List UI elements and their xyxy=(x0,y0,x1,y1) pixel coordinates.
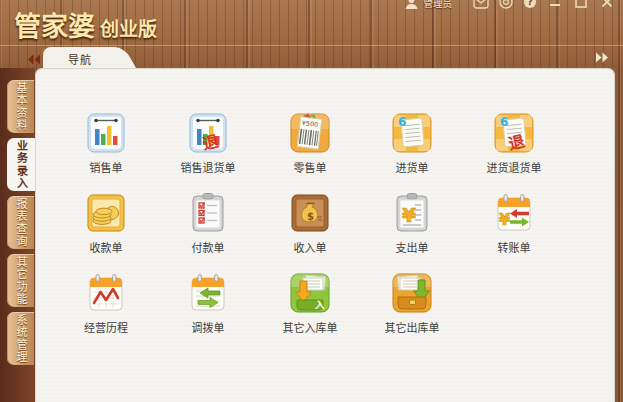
grid-item-label: 销售单 xyxy=(90,159,123,175)
app-title-group: 管家婆 创业版 xyxy=(14,5,157,44)
grid-item-label: 进货单 xyxy=(396,159,429,175)
help-icon[interactable]: ? xyxy=(523,0,537,9)
grid-item-other-outbound-order[interactable]: 其它出库单 xyxy=(361,271,463,334)
sidebar: 基本资料业务录入报表查询其它功能系统管理 xyxy=(0,68,35,402)
grid-item-sales-return-order[interactable]: 退 销售退货单 xyxy=(157,111,259,174)
icon-grid-row: 经营历程 调拨单 入 其它入库单 其它出库单 xyxy=(55,271,565,334)
retail-receipt-icon: ¥500 xyxy=(288,111,332,155)
tab-scroll-left-icon[interactable] xyxy=(27,50,41,69)
svg-text:6: 6 xyxy=(500,115,508,129)
app-window: 管家婆 创业版 管理员 ? xyxy=(0,0,623,402)
grid-item-label: 销售退货单 xyxy=(181,159,236,175)
grid-item-label: 进货退货单 xyxy=(487,159,542,175)
inbound-box-icon: 入 xyxy=(288,271,332,315)
maximize-button[interactable] xyxy=(574,0,588,9)
sidebar-item-basic-data[interactable]: 基本资料 xyxy=(7,80,34,133)
yuan-clipboard-icon: ¥ xyxy=(390,191,434,235)
sidebar-item-other-functions[interactable]: 其它功能 xyxy=(7,254,34,307)
app-title: 管家婆 xyxy=(14,5,95,44)
app-edition: 创业版 xyxy=(100,14,157,41)
sidebar-item-business-entry[interactable]: 业务录入 xyxy=(7,138,35,191)
svg-text:¥: ¥ xyxy=(402,203,416,227)
grid-item-label: 其它入库单 xyxy=(283,319,338,335)
icon-grid: 销售单 退 销售退货单 ¥500 零售单 6 进货单 6退 进货退货单 收款单 … xyxy=(55,111,565,351)
swap-arrows-icon xyxy=(186,271,230,315)
close-button[interactable] xyxy=(600,0,614,9)
grid-item-label: 其它出库单 xyxy=(385,319,440,335)
transfer-arrows-icon: ¥ xyxy=(492,191,536,235)
sales-return-icon: 退 xyxy=(186,111,230,155)
sidebar-item-system-management[interactable]: 系统管理 xyxy=(7,312,34,365)
grid-item-retail-order[interactable]: ¥500 零售单 xyxy=(259,111,361,174)
grid-item-receipt-order[interactable]: 收款单 xyxy=(55,191,157,254)
grid-item-allocation-order[interactable]: 调拨单 xyxy=(157,271,259,334)
grid-item-label: 经营历程 xyxy=(84,319,128,335)
grid-item-label: 付款单 xyxy=(192,239,225,255)
grid-item-other-inbound-order[interactable]: 入 其它入库单 xyxy=(259,271,361,334)
sidebar-item-report-query[interactable]: 报表查询 xyxy=(7,196,34,249)
svg-text:¥: ¥ xyxy=(499,210,510,229)
grid-item-purchase-order[interactable]: 6 进货单 xyxy=(361,111,463,174)
content-area: 销售单 退 销售退货单 ¥500 零售单 6 进货单 6退 进货退货单 收款单 … xyxy=(35,68,615,402)
tab-navigation-label: 导航 xyxy=(43,47,117,67)
purchase-return-icon: 6退 xyxy=(492,111,536,155)
svg-text:入: 入 xyxy=(314,299,325,310)
grid-item-label: 收入单 xyxy=(294,239,327,255)
grid-item-payment-order[interactable]: 付款单 xyxy=(157,191,259,254)
svg-text:?: ? xyxy=(527,0,532,7)
money-bag-icon: $ xyxy=(288,191,332,235)
grid-item-income-order[interactable]: $ 收入单 xyxy=(259,191,361,254)
grid-item-sales-order[interactable]: 销售单 xyxy=(55,111,157,174)
grid-item-business-history[interactable]: 经营历程 xyxy=(55,271,157,334)
sidebar-item-label: 其它功能 xyxy=(15,256,26,306)
globe-icon[interactable] xyxy=(499,0,513,9)
grid-item-label: 支出单 xyxy=(396,239,429,255)
grid-item-label: 零售单 xyxy=(294,159,327,175)
svg-text:$: $ xyxy=(307,211,314,222)
title-bar: 管家婆 创业版 管理员 ? xyxy=(0,0,623,46)
svg-text:6: 6 xyxy=(398,115,406,129)
icon-grid-row: 销售单 退 销售退货单 ¥500 零售单 6 进货单 6退 进货退货单 xyxy=(55,111,565,174)
purchase-doc-icon: 6 xyxy=(390,111,434,155)
tab-scroll-right-icon[interactable] xyxy=(595,48,609,67)
sidebar-item-label: 报表查询 xyxy=(15,198,26,248)
coins-icon xyxy=(84,191,128,235)
grid-item-expense-order[interactable]: ¥ 支出单 xyxy=(361,191,463,254)
user-icon xyxy=(404,0,419,10)
message-icon[interactable] xyxy=(473,0,489,9)
grid-item-label: 调拨单 xyxy=(192,319,225,335)
grid-item-purchase-return-order[interactable]: 6退 进货退货单 xyxy=(463,111,565,174)
sales-chart-icon xyxy=(84,111,128,155)
tab-bar: 导航 xyxy=(35,46,615,68)
titlebar-controls: 管理员 ? xyxy=(404,0,620,10)
trend-calendar-icon xyxy=(84,271,128,315)
minimize-button[interactable] xyxy=(548,0,562,9)
checklist-icon xyxy=(186,191,230,235)
tab-navigation[interactable]: 导航 xyxy=(43,47,117,68)
grid-item-transfer-order[interactable]: ¥ 转账单 xyxy=(463,191,565,254)
grid-item-label: 转账单 xyxy=(498,239,531,255)
outbound-box-icon xyxy=(390,271,434,315)
sidebar-item-label: 业务录入 xyxy=(16,140,27,190)
user-menu[interactable]: 管理员 xyxy=(404,0,452,10)
icon-grid-row: 收款单 付款单 $ 收入单 ¥ 支出单 ¥ 转账单 xyxy=(55,191,565,254)
sidebar-item-label: 系统管理 xyxy=(15,314,26,364)
sidebar-item-label: 基本资料 xyxy=(15,82,26,132)
grid-item-label: 收款单 xyxy=(90,239,123,255)
user-name: 管理员 xyxy=(423,0,452,10)
